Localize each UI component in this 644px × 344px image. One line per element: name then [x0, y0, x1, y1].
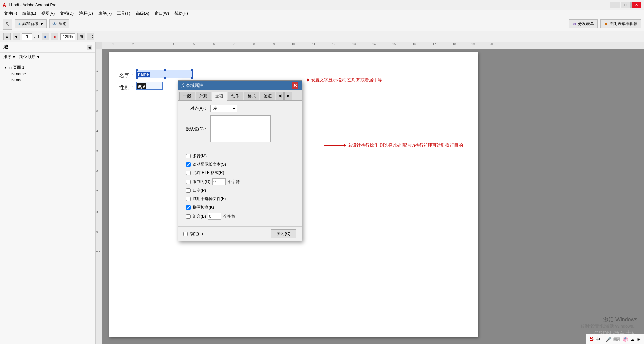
default-textarea[interactable] [210, 115, 271, 142]
default-label: 默认值(D)： [183, 126, 210, 132]
multiline-label[interactable]: 多行(M) [193, 153, 207, 159]
align-row: 对齐(A)： 左 居中 右 [183, 105, 296, 112]
sort-btn[interactable]: 排序 ▼ [3, 54, 16, 60]
comb-row: 组合(B) 个字符 [183, 213, 296, 220]
title-bar: A 11.pdf - Adobe Acrobat Pro ─ □ ✕ [0, 0, 644, 10]
spellcheck-checkbox[interactable] [186, 205, 191, 210]
ime-icon[interactable]: 中 [596, 336, 600, 342]
next-page-btn[interactable]: ▼ [13, 33, 20, 40]
limit-row: 限制为(O) 个字符 [183, 178, 296, 185]
tree-root[interactable]: ▼ □ 页面 1 [3, 64, 93, 71]
sort-dropdown-icon: ▼ [12, 55, 16, 59]
sogou-icon[interactable]: S [590, 336, 594, 343]
mic-icon[interactable]: 🎤 [606, 337, 611, 342]
prev-page-btn[interactable]: ▲ [3, 33, 11, 40]
page-separator: / [34, 34, 35, 39]
minimize-btn[interactable]: ─ [610, 2, 620, 8]
rtf-checkbox[interactable] [186, 171, 191, 175]
menu-help[interactable]: 帮助(H) [172, 10, 191, 17]
limit-label[interactable]: 限制为(O) [193, 179, 210, 185]
menu-tools[interactable]: 工具(T) [114, 10, 133, 17]
tree-item-age[interactable]: Ibl age [9, 77, 93, 83]
menu-advanced[interactable]: 高级(A) [133, 10, 152, 17]
lock-checkbox[interactable] [183, 232, 188, 236]
main-area: 域 ◀ 排序 ▼ 跳位顺序 ▼ ▼ □ 页面 1 Ibl name [0, 42, 644, 344]
dialog-titlebar: 文本域属性 ✕ [178, 81, 302, 90]
multiline-row: 多行(M) [183, 153, 296, 159]
tab-general[interactable]: 一般 [179, 92, 195, 100]
menu-edit[interactable]: 编辑(E) [20, 10, 39, 17]
align-label: 对齐(A)： [183, 106, 210, 111]
multiline-checkbox[interactable] [186, 154, 191, 158]
menu-view[interactable]: 视图(V) [39, 10, 57, 17]
maximize-btn[interactable]: □ [621, 2, 631, 8]
tab-validate[interactable]: 验证 [260, 92, 275, 100]
file-select-checkbox[interactable] [186, 197, 191, 201]
file-select-label[interactable]: 域用于选择文件(F) [193, 196, 226, 202]
cursor-tool[interactable]: ↖ [3, 19, 12, 30]
file-select-row: 域用于选择文件(F) [183, 196, 296, 202]
zoom-in-btn[interactable]: ● [51, 33, 58, 40]
input-dot-icon[interactable]: · [602, 337, 604, 342]
zoom-input[interactable] [60, 33, 75, 40]
default-value-row: 默认值(D)： [183, 115, 296, 143]
menu-window[interactable]: 窗口(W) [152, 10, 172, 17]
age-field[interactable]: age [136, 82, 163, 90]
scroll-label[interactable]: 滚动显示长文本(S) [193, 162, 226, 167]
collapse-btn[interactable]: ◀ [87, 45, 92, 50]
rtf-label[interactable]: 允许 RTF 格式(R) [193, 170, 224, 176]
dialog-footer: 锁定(L) 关闭(C) [178, 226, 302, 241]
cloud-icon[interactable]: ☁ [630, 337, 635, 342]
preview-btn[interactable]: 👁 预览 [49, 19, 69, 28]
keyboard-icon[interactable]: ⌨ [613, 337, 620, 342]
menu-file[interactable]: 文件(F) [1, 10, 20, 17]
skin-icon[interactable]: 👘 [622, 337, 628, 342]
name-field[interactable]: name [136, 70, 193, 78]
rtf-row: 允许 RTF 格式(R) [183, 170, 296, 176]
zoom-out-btn[interactable]: ● [42, 33, 49, 40]
dialog-close-btn[interactable]: ✕ [292, 82, 298, 89]
close-dialog-btn[interactable]: 关闭(C) [271, 229, 296, 238]
taskbar-tray: S 中 · 🎤 ⌨ 👘 ☁ ⊞ [586, 334, 644, 344]
tree-item-name[interactable]: Ibl name [9, 71, 93, 77]
tree-expand-icon: ▼ [4, 66, 8, 69]
scroll-checkbox[interactable] [186, 162, 191, 167]
lock-label[interactable]: 锁定(L) [190, 231, 203, 237]
tab-order-btn[interactable]: 跳位顺序 ▼ [19, 54, 40, 60]
tab-prev-btn[interactable]: ◀ [276, 92, 284, 100]
watermark-line2: 转到"设置"以激活 Windows。 [580, 323, 637, 329]
spellcheck-label[interactable]: 拼写检查(K) [193, 205, 214, 210]
tab-format[interactable]: 格式 [244, 92, 259, 100]
tab-options[interactable]: 选项 [212, 92, 227, 101]
align-select[interactable]: 左 居中 右 [210, 105, 237, 112]
fit-page-btn[interactable]: ⊞ [77, 33, 85, 40]
menu-bar: 文件(F) 编辑(E) 视图(V) 文档(D) 注释(C) 表单(R) 工具(T… [0, 10, 644, 17]
tree-area: ▼ □ 页面 1 Ibl name Ibl age [0, 61, 95, 86]
age-field-value: age [137, 83, 146, 89]
page-input[interactable] [22, 33, 32, 40]
limit-input[interactable] [212, 178, 226, 185]
close-editor-btn[interactable]: ✕ 关闭表单编辑器 [600, 19, 641, 28]
tab-appearance[interactable]: 外观 [196, 92, 211, 100]
close-btn[interactable]: ✕ [631, 2, 641, 8]
menu-comment[interactable]: 注释(C) [76, 10, 96, 17]
dialog-tabs: 一般 外观 选项 动作 格式 验证 ◀ ▶ [178, 90, 302, 101]
comb-label[interactable]: 组合(B) [193, 214, 206, 219]
password-row: 口令(P) [183, 188, 296, 193]
menu-form[interactable]: 表单(R) [96, 10, 115, 17]
comb-input[interactable] [208, 213, 221, 220]
password-checkbox[interactable] [186, 188, 191, 193]
grid-icon[interactable]: ⊞ [637, 337, 641, 342]
dropdown-icon: ▼ [40, 22, 44, 26]
fullscreen-btn[interactable]: ⛶ [87, 33, 94, 40]
password-label[interactable]: 口令(P) [193, 188, 206, 193]
add-field-btn[interactable]: + 添加新域 ▼ [15, 19, 47, 28]
tab-next-btn[interactable]: ▶ [284, 92, 292, 100]
name-label: 名字： [119, 72, 135, 79]
distribute-icon: ✉ [573, 21, 577, 27]
menu-doc[interactable]: 文档(D) [57, 10, 76, 17]
tab-actions[interactable]: 动作 [228, 92, 243, 100]
comb-checkbox[interactable] [186, 214, 191, 219]
limit-checkbox[interactable] [186, 180, 191, 184]
distribute-btn[interactable]: ✉ 分发表单 [569, 19, 598, 28]
